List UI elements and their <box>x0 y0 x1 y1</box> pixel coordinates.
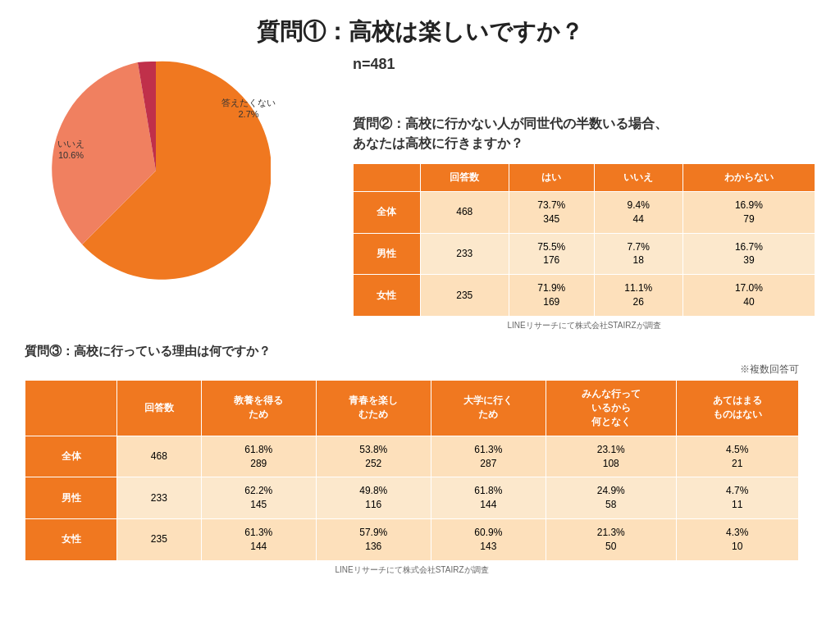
q3-cell-0-5: 23.1% 108 <box>546 436 676 477</box>
bottom-section: 質問③：高校に行っている理由は何ですか？ ※複数回答可 回答数 教養を得るため … <box>25 344 815 576</box>
q2-cell-0-4: 16.9% 79 <box>682 192 815 234</box>
q3-cell-0-4: 61.3% 287 <box>431 436 546 477</box>
q2-cell-2-3: 11.1% 26 <box>594 275 682 317</box>
q3-cell-1-0: 男性 <box>25 477 117 519</box>
q3-table: 回答数 教養を得るため 青春を楽しむため 大学に行くため みんな行っているから何… <box>25 380 799 561</box>
q3-th-empty <box>25 380 117 436</box>
pie-chart <box>41 56 271 285</box>
pie-section: 答えたくない2.7% いいえ10.6% <box>25 56 336 269</box>
q3-cell-1-3: 49.8% 116 <box>316 477 431 519</box>
n-label: n=481 <box>353 56 395 73</box>
q3-title: 質問③：高校に行っている理由は何ですか？ <box>25 344 799 359</box>
q2-cell-2-1: 235 <box>420 275 509 317</box>
q3-th-c3: 大学に行くため <box>431 380 546 436</box>
q2-th-unknown: わからない <box>682 164 815 192</box>
q3-cell-2-6: 4.3% 10 <box>676 518 798 560</box>
q3-cell-0-6: 4.5% 21 <box>676 436 798 477</box>
q3-cell-2-2: 61.3% 144 <box>201 518 316 560</box>
q2-cell-1-1: 233 <box>420 233 509 275</box>
q3-cell-0-2: 61.8% 289 <box>201 436 316 477</box>
right-section: n=481 質問②：高校に行かない人が同世代の半数いる場合、あなたは高校に行きま… <box>336 56 815 331</box>
q3-row-2: 女性23561.3% 14457.9% 13660.9% 14321.3% 50… <box>25 518 799 560</box>
q3-th-c2: 青春を楽しむため <box>316 380 431 436</box>
top-section: 答えたくない2.7% いいえ10.6% <box>25 56 815 331</box>
q3-cell-1-1: 233 <box>117 477 202 519</box>
q2-cell-1-2: 75.5% 176 <box>509 233 594 275</box>
q2-cell-0-3: 9.4% 44 <box>594 192 682 234</box>
q2-cell-0-0: 全体 <box>354 192 421 234</box>
q3-credit: LINEリサーチにて株式会社STAIRZが調査 <box>25 564 799 576</box>
q2-table: 回答数 はい いいえ わからない 全体46873.7% 3459.4% 4416… <box>353 163 815 317</box>
q3-header-row: 回答数 教養を得るため 青春を楽しむため 大学に行くため みんな行っているから何… <box>25 380 799 436</box>
q2-cell-2-2: 71.9% 169 <box>509 275 594 317</box>
q3-row-1: 男性23362.2% 14549.8% 11661.8% 14424.9% 58… <box>25 477 799 519</box>
q2-cell-1-4: 16.7% 39 <box>682 233 815 275</box>
q3-th-count: 回答数 <box>117 380 202 436</box>
q2-credit: LINEリサーチにて株式会社STAIRZが調査 <box>353 320 815 331</box>
q3-row-0: 全体46861.8% 28953.8% 25261.3% 28723.1% 10… <box>25 436 799 477</box>
q2-th-yes: はい <box>509 164 594 192</box>
q2-row-1: 男性23375.5% 1767.7% 1816.7% 39 <box>354 233 815 275</box>
q3-th-c4: みんな行っているから何となく <box>546 380 676 436</box>
multiple-note: ※複数回答可 <box>25 363 799 377</box>
q2-cell-0-2: 73.7% 345 <box>509 192 594 234</box>
pie-label-kotaetakunai: 答えたくない2.7% <box>221 97 276 121</box>
q2-title: 質問②：高校に行かない人が同世代の半数いる場合、あなたは高校に行きますか？ <box>353 114 815 153</box>
q3-cell-2-4: 60.9% 143 <box>431 518 546 560</box>
q3-cell-1-5: 24.9% 58 <box>546 477 676 519</box>
q3-cell-1-2: 62.2% 145 <box>201 477 316 519</box>
q3-cell-2-3: 57.9% 136 <box>316 518 431 560</box>
q3-th-c5: あてはまるものはない <box>676 380 798 436</box>
pie-label-iie: いいえ10.6% <box>57 138 84 162</box>
q3-cell-2-1: 235 <box>117 518 202 560</box>
q2-cell-2-0: 女性 <box>354 275 421 317</box>
q2-cell-0-1: 468 <box>420 192 509 234</box>
q3-th-c1: 教養を得るため <box>201 380 316 436</box>
q2-th-count: 回答数 <box>420 164 509 192</box>
q3-cell-1-4: 61.8% 144 <box>431 477 546 519</box>
q2-table-wrapper: 回答数 はい いいえ わからない 全体46873.7% 3459.4% 4416… <box>353 163 815 331</box>
q3-cell-2-5: 21.3% 50 <box>546 518 676 560</box>
q3-cell-0-1: 468 <box>117 436 202 477</box>
q2-cell-1-0: 男性 <box>354 233 421 275</box>
q2-cell-1-3: 7.7% 18 <box>594 233 682 275</box>
q2-row-0: 全体46873.7% 3459.4% 4416.9% 79 <box>354 192 815 234</box>
q3-cell-1-6: 4.7% 11 <box>676 477 798 519</box>
page: 質問①：高校は楽しいですか？ 答えたくない2.7% いいえ10.6% <box>0 0 840 630</box>
q3-cell-0-0: 全体 <box>25 436 117 477</box>
q3-cell-2-0: 女性 <box>25 518 117 560</box>
q2-row-2: 女性23571.9% 16911.1% 2617.0% 40 <box>354 275 815 317</box>
q2-th-empty <box>354 164 421 192</box>
q2-th-no: いいえ <box>594 164 682 192</box>
q3-section: 質問③：高校に行っている理由は何ですか？ ※複数回答可 回答数 教養を得るため … <box>25 344 815 576</box>
q2-cell-2-4: 17.0% 40 <box>682 275 815 317</box>
pie-container: 答えたくない2.7% いいえ10.6% <box>41 56 320 269</box>
main-title: 質問①：高校は楽しいですか？ <box>25 16 815 48</box>
q3-cell-0-3: 53.8% 252 <box>316 436 431 477</box>
q2-header-row: 回答数 はい いいえ わからない <box>354 164 815 192</box>
